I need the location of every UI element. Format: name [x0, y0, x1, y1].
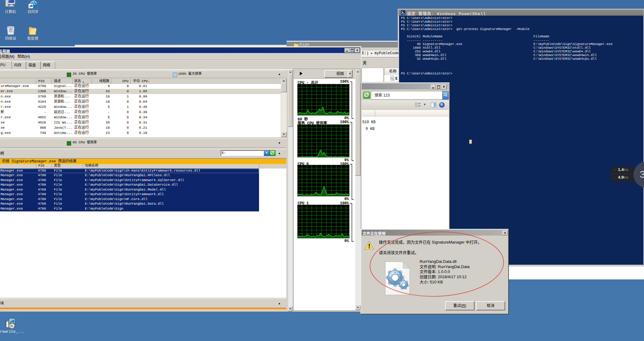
svg-text:?: ?: [441, 103, 443, 107]
